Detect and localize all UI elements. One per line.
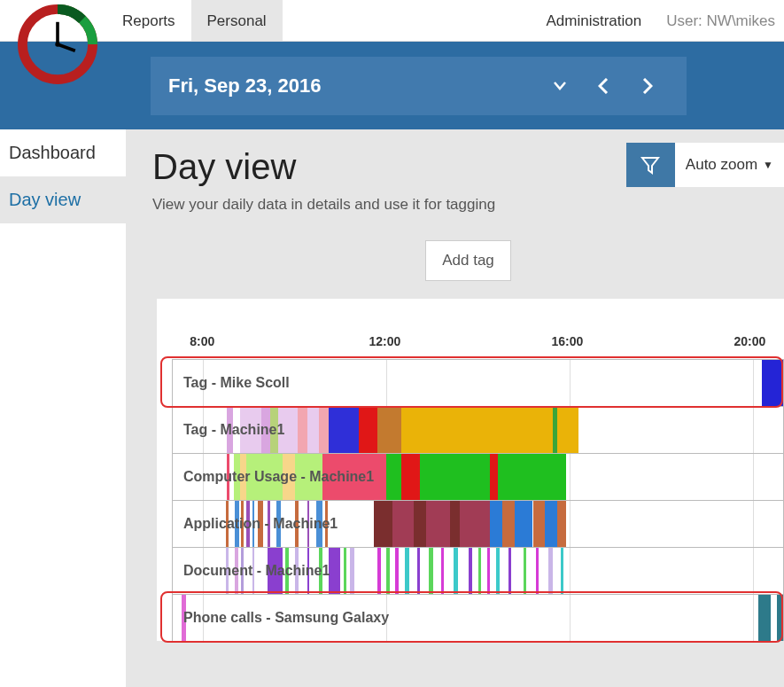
timeline-bar[interactable] (386, 454, 401, 500)
timeline-bar[interactable] (258, 501, 263, 547)
timeline-bar[interactable] (261, 407, 270, 453)
timeline-bar[interactable] (268, 548, 283, 594)
timeline-bar[interactable] (270, 407, 277, 453)
timeline-bar[interactable] (377, 407, 402, 453)
timeline-bar[interactable] (557, 501, 566, 547)
timeline-bar[interactable] (524, 548, 526, 594)
timeline-bar[interactable] (241, 501, 244, 547)
timeline-bar[interactable] (417, 548, 420, 594)
timeline-bar[interactable] (235, 548, 237, 594)
timeline-bar[interactable] (553, 407, 557, 453)
timeline-bar[interactable] (319, 407, 328, 453)
svg-line-2 (58, 44, 75, 51)
timeline-bar[interactable] (227, 407, 233, 453)
timeline-bar[interactable] (307, 407, 320, 453)
timeline-bar[interactable] (490, 501, 502, 547)
auto-zoom-dropdown[interactable]: Auto zoom ▼ (675, 143, 784, 187)
timeline-bar[interactable] (502, 501, 515, 547)
timeline-row[interactable]: Computer Usage - Machine1 (172, 453, 784, 500)
caret-down-icon: ▼ (763, 159, 773, 171)
timeline-bar[interactable] (548, 548, 553, 594)
timeline-bar[interactable] (307, 501, 310, 547)
timeline-bar[interactable] (359, 407, 377, 453)
timeline-bar[interactable] (401, 407, 578, 453)
timeline-bar[interactable] (545, 501, 557, 547)
timeline-bar[interactable] (533, 501, 546, 547)
timeline-bar[interactable] (405, 548, 409, 594)
timeline-row[interactable]: Document - Machine1 (172, 547, 784, 594)
timeline-bar[interactable] (414, 501, 426, 547)
timeline-bar[interactable] (469, 548, 471, 594)
timeline-bar[interactable] (278, 407, 299, 453)
timeline-bar[interactable] (268, 501, 270, 547)
filter-button[interactable] (626, 143, 675, 187)
timeline-bar[interactable] (536, 548, 539, 594)
timeline-bar[interactable] (426, 501, 451, 547)
timeline-bar[interactable] (235, 501, 239, 547)
timeline-bar[interactable] (252, 548, 255, 594)
timeline-bar[interactable] (344, 548, 346, 594)
date-picker[interactable]: Fri, Sep 23, 2016 (151, 57, 687, 115)
timeline-bar[interactable] (460, 501, 490, 547)
timeline-bar[interactable] (401, 454, 420, 500)
timeline-bar[interactable] (240, 454, 246, 500)
timeline-bar[interactable] (316, 501, 322, 547)
timeline-bar[interactable] (227, 454, 229, 500)
nav-reports[interactable]: Reports (106, 0, 191, 41)
timeline-bar[interactable] (454, 548, 459, 594)
timeline-row[interactable]: Tag - Machine1 (172, 406, 784, 453)
timeline-bar[interactable] (350, 548, 354, 594)
timeline-bar[interactable] (182, 595, 186, 641)
timeline-bar[interactable] (762, 360, 784, 406)
timeline-bar[interactable] (322, 454, 386, 500)
timeline-bar[interactable] (295, 454, 322, 500)
date-next-icon[interactable] (642, 78, 687, 94)
timeline-bar[interactable] (226, 501, 229, 547)
timeline-bar[interactable] (295, 501, 299, 547)
timeline-bar[interactable] (246, 501, 250, 547)
timeline-bar[interactable] (487, 548, 490, 594)
timeline-bar[interactable] (395, 548, 398, 594)
timeline-bar[interactable] (283, 454, 295, 500)
timeline-bar[interactable] (496, 548, 500, 594)
timeline-bar[interactable] (298, 407, 307, 453)
timeline-bar[interactable] (515, 501, 533, 547)
timeline-bar[interactable] (295, 548, 299, 594)
timeline-bar[interactable] (490, 454, 497, 500)
timeline-bar[interactable] (329, 548, 341, 594)
timeline-bar[interactable] (386, 548, 389, 594)
timeline-bar[interactable] (478, 548, 481, 594)
date-dropdown-icon[interactable] (554, 82, 598, 90)
timeline-row[interactable]: Tag - Mike Scoll (172, 359, 784, 406)
timeline-bar[interactable] (777, 595, 784, 641)
timeline-bar[interactable] (246, 454, 283, 500)
timeline-bar[interactable] (285, 548, 288, 594)
timeline-bar[interactable] (234, 454, 240, 500)
timeline-row[interactable]: Application - Machine1 (172, 500, 784, 547)
timeline-bar[interactable] (441, 548, 444, 594)
add-tag-button[interactable]: Add tag (425, 240, 511, 281)
timeline-bar[interactable] (240, 407, 261, 453)
timeline-bar[interactable] (276, 501, 281, 547)
timeline-bar[interactable] (226, 548, 229, 594)
timeline-bar[interactable] (374, 501, 392, 547)
sidebar-item-dayview[interactable]: Day view (0, 176, 126, 223)
timeline-bar[interactable] (758, 595, 771, 641)
sidebar-item-dashboard[interactable]: Dashboard (0, 129, 126, 176)
nav-personal[interactable]: Personal (191, 0, 283, 41)
timeline-bar[interactable] (252, 501, 255, 547)
timeline-bar[interactable] (241, 548, 244, 594)
nav-administration[interactable]: Administration (531, 0, 658, 41)
timeline-bar[interactable] (329, 407, 359, 453)
date-prev-icon[interactable] (598, 78, 642, 94)
timeline-bar[interactable] (392, 501, 414, 547)
timeline-bar[interactable] (450, 501, 459, 547)
timeline-bar[interactable] (561, 548, 563, 594)
timeline-bar[interactable] (307, 548, 310, 594)
timeline-row[interactable]: Phone calls - Samsung Galaxy (172, 594, 784, 641)
timeline-bar[interactable] (325, 501, 328, 547)
timeline-bar[interactable] (377, 548, 381, 594)
timeline-bar[interactable] (508, 548, 511, 594)
timeline-bar[interactable] (319, 548, 322, 594)
timeline-bar[interactable] (429, 548, 432, 594)
